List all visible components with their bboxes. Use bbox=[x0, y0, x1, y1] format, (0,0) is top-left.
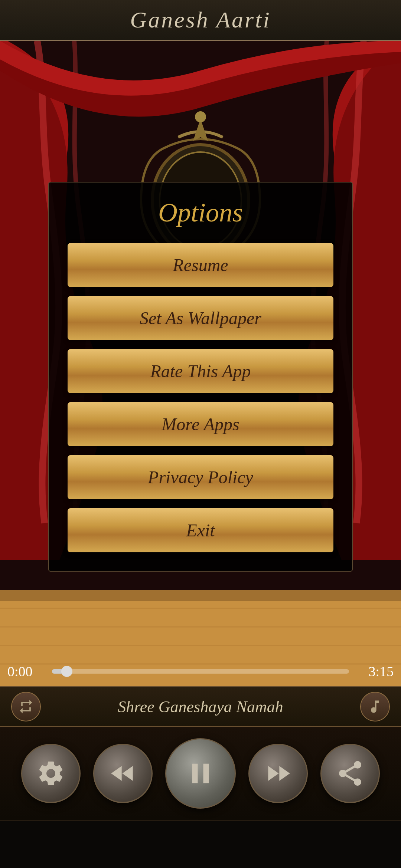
options-heading: Options bbox=[68, 197, 333, 228]
progress-track[interactable] bbox=[52, 669, 349, 674]
more-apps-button[interactable]: More Apps bbox=[68, 402, 333, 446]
bottom-bar bbox=[0, 820, 401, 868]
now-playing-title: Shree Ganeshaya Namah bbox=[41, 697, 360, 716]
resume-button[interactable]: Resume bbox=[68, 243, 333, 287]
share-icon bbox=[335, 759, 365, 788]
title-bar: Ganesh Aarti bbox=[0, 0, 401, 41]
rate-app-button[interactable]: Rate This App bbox=[68, 349, 333, 393]
controls-bar bbox=[0, 727, 401, 820]
svg-rect-2 bbox=[0, 590, 401, 601]
rewind-icon bbox=[108, 759, 138, 788]
pause-button[interactable] bbox=[165, 738, 236, 809]
fast-forward-icon bbox=[263, 759, 293, 788]
rewind-button[interactable] bbox=[93, 744, 153, 803]
music-note-button[interactable] bbox=[360, 692, 390, 721]
set-wallpaper-button[interactable]: Set As Wallpaper bbox=[68, 296, 333, 340]
svg-point-10 bbox=[195, 111, 206, 122]
fast-forward-button[interactable] bbox=[248, 744, 308, 803]
gear-icon bbox=[36, 759, 66, 788]
app-title: Ganesh Aarti bbox=[130, 7, 271, 33]
now-playing-bar: Shree Ganeshaya Namah bbox=[0, 686, 401, 727]
repeat-icon bbox=[18, 698, 34, 715]
repeat-button[interactable] bbox=[11, 692, 41, 721]
pause-icon bbox=[184, 757, 217, 790]
progress-bar-area: 0:00 3:15 bbox=[0, 657, 401, 686]
share-button[interactable] bbox=[320, 744, 380, 803]
settings-button[interactable] bbox=[21, 744, 81, 803]
music-note-icon bbox=[367, 698, 383, 715]
time-start: 0:00 bbox=[7, 663, 45, 680]
time-end: 3:15 bbox=[356, 663, 394, 680]
progress-thumb[interactable] bbox=[61, 666, 72, 677]
privacy-policy-button[interactable]: Privacy Policy bbox=[68, 455, 333, 499]
options-dialog: Options Resume Set As Wallpaper Rate Thi… bbox=[48, 182, 353, 572]
exit-button[interactable]: Exit bbox=[68, 508, 333, 552]
